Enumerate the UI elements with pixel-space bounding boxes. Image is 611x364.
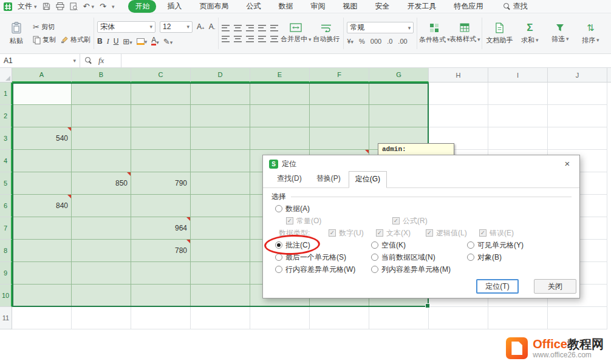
justify-button[interactable] bbox=[258, 36, 266, 42]
cell-I3[interactable] bbox=[488, 127, 548, 150]
row-header-5[interactable]: 5 bbox=[0, 172, 12, 195]
increase-decimal-button[interactable]: .0 bbox=[387, 38, 392, 45]
bold-button[interactable]: B bbox=[97, 37, 103, 46]
find-button[interactable]: 查找 bbox=[503, 1, 527, 12]
cell-D11[interactable] bbox=[191, 307, 250, 329]
copy-button[interactable]: 复制 bbox=[33, 35, 56, 44]
row-header-3[interactable]: 3 bbox=[0, 127, 12, 150]
option-visible-cells[interactable]: 可见单元格(Y) bbox=[467, 240, 524, 250]
undo-button[interactable]: ↶▾ bbox=[83, 2, 94, 10]
cell-A8[interactable] bbox=[12, 240, 72, 262]
cell-B11[interactable] bbox=[72, 307, 131, 329]
column-header-H[interactable]: H bbox=[429, 68, 488, 83]
cell-D8[interactable] bbox=[191, 240, 250, 262]
format-painter-button[interactable]: 格式刷 bbox=[61, 35, 90, 44]
decrease-font-size-button[interactable]: A- bbox=[209, 22, 216, 31]
save-button[interactable] bbox=[43, 2, 50, 10]
cell-G11[interactable] bbox=[369, 307, 429, 329]
row-header-10[interactable]: 10 bbox=[0, 285, 12, 307]
cell-D2[interactable] bbox=[191, 105, 250, 127]
zoom-icon[interactable] bbox=[85, 57, 92, 64]
cell-E1[interactable] bbox=[250, 83, 310, 105]
cell-B7[interactable] bbox=[72, 217, 131, 240]
row-header-2[interactable]: 2 bbox=[0, 105, 12, 127]
cell-F11[interactable] bbox=[310, 307, 369, 329]
tab-review[interactable]: 审阅 bbox=[304, 0, 332, 13]
print-preview-button[interactable] bbox=[70, 2, 78, 10]
cell-J3[interactable] bbox=[548, 127, 607, 150]
column-header-B[interactable]: B bbox=[72, 68, 131, 83]
radio-row-diff[interactable] bbox=[275, 266, 282, 273]
cell-D7[interactable] bbox=[191, 217, 250, 240]
doc-assistant-button[interactable]: 文档助手 bbox=[485, 16, 513, 50]
currency-format-button[interactable]: ¥▾ bbox=[347, 38, 353, 45]
percent-format-button[interactable]: % bbox=[359, 38, 365, 45]
redo-button[interactable]: ↷ bbox=[100, 2, 106, 10]
filter-button[interactable]: 筛选▾ bbox=[546, 16, 574, 50]
option-last-cell[interactable]: 最后一个单元格(S) bbox=[275, 252, 346, 262]
option-current-region[interactable]: 当前数据区域(N) bbox=[371, 252, 435, 262]
column-header-D[interactable]: D bbox=[191, 68, 250, 83]
radio-current-region[interactable] bbox=[371, 254, 378, 261]
cell-C9[interactable] bbox=[131, 262, 191, 285]
cell-B10[interactable] bbox=[72, 285, 131, 307]
cell-B3[interactable] bbox=[72, 127, 131, 150]
wrap-text-button[interactable]: 自动换行 bbox=[312, 16, 340, 50]
dialog-tab-replace[interactable]: 替换(P) bbox=[310, 170, 347, 187]
radio-blanks[interactable] bbox=[371, 241, 378, 249]
align-middle-button[interactable] bbox=[234, 25, 242, 32]
cell-D3[interactable] bbox=[191, 127, 250, 150]
toolbar-more-button[interactable]: ▾ bbox=[112, 4, 115, 10]
cell-A5[interactable] bbox=[12, 172, 72, 195]
cell-C11[interactable] bbox=[131, 307, 191, 329]
row-header-11[interactable]: 11 bbox=[0, 307, 12, 329]
paste-button[interactable]: 粘贴 bbox=[2, 16, 30, 50]
cell-A4[interactable] bbox=[12, 150, 72, 172]
cell-C5[interactable]: 790 bbox=[131, 172, 191, 195]
column-header-F[interactable]: F bbox=[310, 68, 369, 83]
font-size-select[interactable]: 12 ▾ bbox=[160, 21, 193, 33]
radio-objects[interactable] bbox=[467, 254, 474, 261]
column-header-I[interactable]: I bbox=[488, 68, 548, 83]
tab-view[interactable]: 视图 bbox=[336, 0, 364, 13]
increase-indent-button[interactable] bbox=[270, 25, 278, 32]
cell-D5[interactable] bbox=[191, 172, 250, 195]
radio-last-cell[interactable] bbox=[275, 254, 282, 261]
row-header-6[interactable]: 6 bbox=[0, 195, 12, 217]
radio-comments[interactable] bbox=[275, 241, 282, 249]
cell-B5[interactable]: 850 bbox=[72, 172, 131, 195]
cell-F2[interactable] bbox=[310, 105, 369, 127]
option-row-diff[interactable]: 行内容差异单元格(W) bbox=[275, 265, 355, 274]
borders-button[interactable]: ⊞▾ bbox=[123, 38, 132, 46]
sort-button[interactable]: ⇅ 排序▾ bbox=[576, 16, 604, 50]
cell-C2[interactable] bbox=[131, 105, 191, 127]
cell-E11[interactable] bbox=[250, 307, 310, 329]
tab-home[interactable]: 开始 bbox=[128, 0, 156, 13]
cell-C1[interactable] bbox=[131, 83, 191, 105]
cell-J1[interactable] bbox=[548, 83, 607, 105]
align-center-button[interactable] bbox=[234, 36, 242, 42]
cell-C7[interactable]: 964 bbox=[131, 217, 191, 240]
file-menu[interactable]: 文件 ▾ bbox=[18, 1, 37, 12]
cell-I1[interactable] bbox=[488, 83, 548, 105]
cell-B6[interactable] bbox=[72, 195, 131, 217]
cell-A6[interactable]: 840 bbox=[12, 195, 72, 217]
distribute-button[interactable] bbox=[270, 36, 278, 42]
cell-B1[interactable] bbox=[72, 83, 131, 105]
align-bottom-button[interactable] bbox=[246, 25, 254, 32]
cell-H11[interactable] bbox=[429, 307, 488, 329]
name-box[interactable]: A1 ▾ bbox=[0, 54, 80, 67]
underline-button[interactable]: U bbox=[114, 37, 119, 46]
tab-developer[interactable]: 开发工具 bbox=[400, 0, 443, 13]
increase-font-size-button[interactable]: A+ bbox=[197, 22, 205, 31]
insert-function-button[interactable]: fx bbox=[98, 56, 104, 66]
radio-data[interactable] bbox=[275, 205, 282, 212]
cell-F1[interactable] bbox=[310, 83, 369, 105]
cell-A10[interactable] bbox=[12, 285, 72, 307]
cell-D1[interactable] bbox=[191, 83, 250, 105]
font-color-button[interactable]: A▾ bbox=[151, 37, 159, 46]
dialog-tab-find[interactable]: 查找(D) bbox=[270, 170, 309, 187]
cell-C6[interactable] bbox=[131, 195, 191, 217]
dialog-tab-goto[interactable]: 定位(G) bbox=[349, 171, 387, 188]
formula-input[interactable] bbox=[121, 54, 611, 67]
